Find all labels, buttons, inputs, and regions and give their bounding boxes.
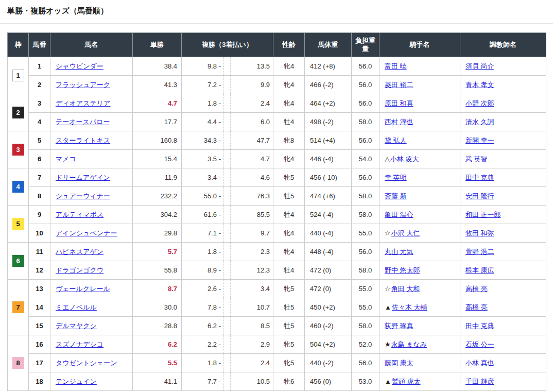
jockey-link[interactable]: 野中 悠太郎	[385, 266, 420, 274]
place-odds-range: 7.1 -9.7	[182, 224, 273, 242]
horse-name-link[interactable]: スターライトキス	[56, 137, 110, 144]
trainer-link[interactable]: 安田 隆行	[465, 192, 494, 200]
jockey-cell: 原田 和真	[379, 94, 460, 113]
trainer-link[interactable]: 田中 克典	[465, 174, 494, 181]
horse-name-link[interactable]: テンジュイン	[56, 378, 97, 385]
trainer-link[interactable]: 萱野 浩二	[465, 248, 494, 255]
jockey-link[interactable]: 西村 淳也	[385, 118, 413, 126]
place-odds-separator	[223, 280, 231, 298]
jockey-link[interactable]: 亀田 温心	[385, 211, 413, 218]
win-odds-cell: 38.4	[133, 57, 182, 76]
horse-name-link[interactable]: タウゼントシェーン	[56, 359, 117, 367]
horse-name-link[interactable]: スズノナデシコ	[56, 340, 103, 348]
win-odds: 55.8	[164, 266, 177, 274]
horse-number: 9	[29, 206, 50, 224]
trainer-link[interactable]: 小野 次郎	[465, 99, 494, 107]
place-odds-max: 12.3	[231, 266, 273, 274]
win-odds: 30.0	[164, 303, 177, 311]
trainer-link[interactable]: 小林 真也	[465, 359, 494, 367]
table-row: 11シャウビンダー38.49.8 -13.5牝4412 (+8)56.0富田 暁…	[8, 57, 546, 76]
trainer-cell: 武 英智	[460, 150, 546, 168]
horse-name-link[interactable]: シャウビンダー	[56, 62, 103, 70]
place-odds-min: 1.8 -	[182, 248, 221, 255]
horse-name-link[interactable]: シュアーウィナー	[56, 192, 110, 200]
horse-name-link[interactable]: ミエノベルル	[56, 303, 97, 311]
trainer-link[interactable]: 清水 久詞	[465, 118, 494, 126]
horse-name-link[interactable]: アインシュペンナー	[56, 229, 117, 237]
jockey-link[interactable]: 藤岡 康太	[385, 359, 413, 367]
trainer-link[interactable]: 新開 幸一	[465, 137, 494, 144]
sex-age: 牡4	[273, 113, 305, 131]
jockey-link[interactable]: 角田 大和	[391, 285, 420, 293]
trainer-link[interactable]: 田中 克典	[465, 322, 494, 330]
trainer-link[interactable]: 須貝 尚介	[465, 62, 494, 70]
trainer-link[interactable]: 根本 康広	[465, 266, 494, 274]
horse-number: 5	[29, 131, 50, 150]
trainer-cell: 和田 正一郎	[460, 206, 546, 224]
horse-name-link[interactable]: マメコ	[56, 155, 76, 163]
table-row: 611ハピネスアゲン5.71.8 -2.3牝4448 (-4)56.0丸山 元気…	[8, 243, 546, 261]
horse-name-link[interactable]: ディオアステリア	[56, 99, 110, 107]
win-odds: 6.2	[168, 340, 177, 348]
horse-name-link[interactable]: ドリームアゲイン	[56, 174, 110, 181]
frame-badge: 2	[12, 107, 24, 118]
place-odds-range: 2.6 -3.4	[182, 280, 273, 298]
header-frame: 枠	[8, 33, 29, 57]
place-odds-separator	[223, 76, 231, 94]
jockey-cell: ☆角田 大和	[379, 280, 460, 298]
place-odds-range: 4.4 -6.0	[182, 113, 273, 131]
jockey-link[interactable]: 丸山 元気	[385, 248, 413, 255]
trainer-cell: 千田 輝彦	[460, 372, 546, 391]
trainer-link[interactable]: 武 英智	[465, 155, 488, 163]
trainer-link[interactable]: 高橋 亮	[465, 285, 488, 293]
frame-badge: 7	[12, 301, 24, 313]
horse-name-link[interactable]: フラッシュアーク	[56, 81, 110, 89]
win-odds-cell: 41.3	[133, 76, 182, 94]
table-row: 15デルマヤクシ28.86.2 -8.5牡5460 (-2)58.0荻野 琢真田…	[8, 317, 546, 335]
jockey-link[interactable]: 原田 和真	[385, 99, 413, 107]
sex-age: 牝4	[273, 76, 305, 94]
jockey-link[interactable]: 荻野 琢真	[385, 322, 413, 330]
place-odds-cell: 3.5 -4.7	[182, 150, 273, 168]
win-odds-cell: 5.5	[133, 354, 182, 372]
jockey-link[interactable]: 永島 まなみ	[391, 340, 427, 348]
jockey-cell: ☆小沢 大仁	[379, 224, 460, 243]
trainer-link[interactable]: 青木 孝文	[465, 81, 494, 89]
trainer-link[interactable]: 高橋 亮	[465, 303, 488, 311]
table-row: 35スターライトキス160.834.3 -47.7牝8514 (+4)56.0黛…	[8, 131, 546, 150]
horse-name-link[interactable]: ヴェールクレール	[56, 285, 110, 293]
win-odds: 28.8	[164, 322, 177, 330]
jockey-link[interactable]: 菱田 裕二	[385, 81, 413, 89]
jockey-mark: ▲	[385, 303, 391, 311]
impost: 58.0	[352, 261, 379, 280]
jockey-link[interactable]: 佐々木 大輔	[392, 303, 427, 311]
trainer-cell: 田中 克典	[460, 317, 546, 335]
trainer-cell: 石坂 公一	[460, 335, 546, 354]
jockey-mark: ★	[385, 340, 391, 348]
jockey-link[interactable]: 小沢 大仁	[391, 229, 420, 237]
trainer-cell: 新開 幸一	[460, 131, 546, 150]
trainer-link[interactable]: 和田 正一郎	[465, 211, 501, 218]
jockey-cell: 幸 英明	[379, 168, 460, 187]
place-odds-range: 55.0 -76.3	[182, 187, 273, 205]
place-odds-max: 3.4	[231, 285, 273, 293]
horse-name-link[interactable]: アルティマボス	[56, 211, 103, 218]
jockey-link[interactable]: 富田 暁	[385, 62, 407, 70]
horse-name-link[interactable]: ドラゴンゴクウ	[56, 266, 103, 274]
horse-name-link[interactable]: デルマヤクシ	[56, 322, 97, 330]
trainer-link[interactable]: 石坂 公一	[465, 340, 494, 348]
jockey-link[interactable]: 鷲頭 虎太	[392, 378, 421, 385]
place-odds-range: 8.9 -12.3	[182, 261, 273, 279]
trainer-link[interactable]: 千田 輝彦	[465, 378, 494, 385]
jockey-cell: ▲鷲頭 虎太	[379, 372, 460, 391]
jockey-link[interactable]: 幸 英明	[385, 174, 407, 181]
trainer-link[interactable]: 牧田 和弥	[465, 229, 494, 237]
horse-name-link[interactable]: ハピネスアゲン	[56, 248, 103, 255]
place-odds-separator	[223, 298, 231, 316]
jockey-link[interactable]: 小林 凌大	[390, 155, 419, 163]
horse-name-link[interactable]: テーオースパロー	[56, 118, 110, 126]
jockey-link[interactable]: 黛 弘人	[385, 137, 407, 144]
place-odds-range: 6.2 -8.5	[182, 317, 273, 335]
horse-number: 8	[29, 187, 50, 206]
jockey-link[interactable]: 斎藤 新	[385, 192, 407, 200]
